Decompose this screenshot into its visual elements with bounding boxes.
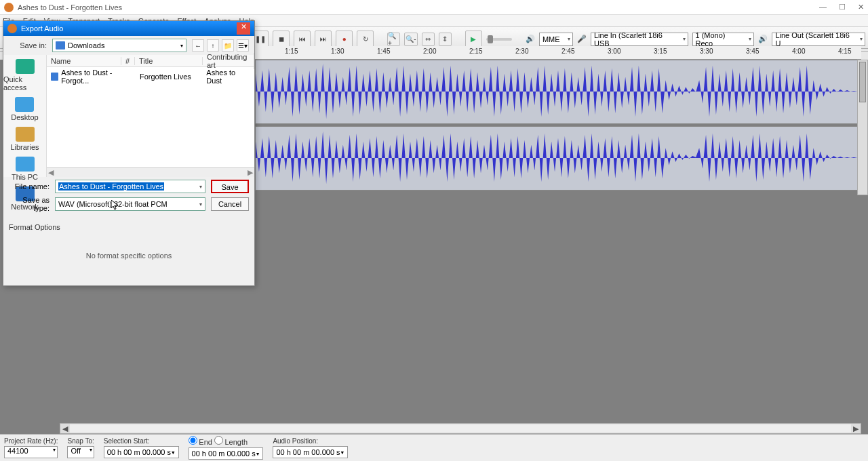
loop-button[interactable]: ↻ (357, 31, 374, 48)
close-button[interactable]: ✕ (858, 3, 864, 12)
audio-position-label: Audio Position: (273, 437, 348, 445)
skip-end-button[interactable]: ⏭ (315, 31, 332, 48)
zoom-in-button[interactable]: 🔍+ (387, 33, 400, 46)
project-rate-label: Project Rate (Hz): (4, 437, 58, 445)
snap-to-label: Snap To: (67, 437, 94, 445)
play-button[interactable]: ▶ (465, 31, 482, 48)
file-list[interactable]: Name # Title Contributing art Ashes to D… (47, 55, 254, 177)
vertical-scrollbar[interactable] (857, 60, 868, 195)
save-in-label: Save in: (9, 41, 47, 49)
minimize-button[interactable]: — (819, 3, 827, 12)
folder-icon (56, 41, 65, 49)
back-button[interactable]: ← (192, 39, 204, 52)
play-device-dropdown[interactable]: Line Out (Scarlett 18i6 U (772, 33, 865, 46)
col-name[interactable]: Name (47, 57, 121, 65)
cancel-button[interactable]: Cancel (211, 197, 249, 211)
file-list-hscroll[interactable]: ◀▶ (47, 167, 254, 177)
snap-to-select[interactable]: Off (67, 446, 94, 458)
record-device-dropdown[interactable]: Line In (Scarlett 18i6 USB (591, 33, 688, 46)
audio-host-icon: 🔊 (526, 35, 535, 43)
place-quick-access[interactable]: Quick access (3, 59, 46, 92)
save-type-label: Save as type: (9, 196, 50, 212)
waveform-area[interactable] (255, 60, 861, 195)
status-bar: Project Rate (Hz): 44100 Snap To: Off Se… (0, 434, 868, 461)
filename-input[interactable]: Ashes to Dust - Forgotten Lives (55, 180, 205, 193)
record-button[interactable]: ● (336, 31, 353, 48)
record-channels-dropdown[interactable]: 1 (Mono) Reco (692, 33, 755, 46)
play-dev-icon: 🔊 (758, 35, 768, 43)
col-artist[interactable]: Contributing art (203, 53, 254, 69)
dialog-app-icon (7, 24, 17, 33)
scroll-left-arrow[interactable]: ◀ (60, 424, 70, 433)
app-icon (4, 3, 14, 12)
horizontal-scrollbar[interactable]: ◀ ▶ (60, 423, 861, 434)
waveform-left[interactable] (255, 60, 861, 124)
file-icon (51, 73, 58, 81)
length-radio[interactable] (214, 436, 223, 445)
new-folder-button[interactable]: 📁 (222, 39, 234, 52)
selection-end-length-label: End Length (189, 436, 264, 446)
stop-button[interactable]: ◼ (273, 31, 290, 48)
timeline-ruler[interactable]: 1:15 1:30 1:45 2:00 2:15 2:30 2:45 3:00 … (255, 46, 861, 60)
skip-start-button[interactable]: ⏮ (294, 31, 311, 48)
place-libraries[interactable]: Libraries (10, 127, 39, 151)
selection-start-label: Selection Start: (104, 437, 179, 445)
save-type-dropdown[interactable]: WAV (Microsoft) 32-bit float PCM (55, 197, 205, 211)
waveform-right[interactable] (255, 126, 861, 191)
audio-host-dropdown[interactable]: MME (539, 33, 573, 46)
view-menu-button[interactable]: ☰▾ (237, 39, 249, 52)
project-rate-select[interactable]: 44100 (4, 446, 58, 458)
places-sidebar: Quick access Desktop Libraries This PC N… (3, 55, 47, 177)
speed-slider[interactable] (486, 38, 512, 41)
save-button[interactable]: Save (211, 180, 249, 193)
window-titlebar: Ashes to Dust - Forgotten Lives — ☐ ✕ (0, 0, 868, 15)
fit-proj-button[interactable]: ⇕ (439, 33, 452, 46)
col-num[interactable]: # (121, 57, 135, 65)
selection-end-field[interactable]: 00 h 00 m 00.000 s▾ (189, 447, 264, 460)
file-row[interactable]: Ashes to Dust - Forgot... Forgotten Live… (47, 67, 254, 86)
maximize-button[interactable]: ☐ (839, 3, 846, 12)
end-radio[interactable] (189, 436, 197, 445)
fit-sel-button[interactable]: ⇔ (422, 33, 435, 46)
dialog-titlebar[interactable]: Export Audio ✕ (3, 21, 254, 36)
file-list-header[interactable]: Name # Title Contributing art (47, 55, 254, 67)
audio-position-field[interactable]: 00 h 00 m 00.000 s▾ (273, 446, 348, 458)
place-this-pc[interactable]: This PC (12, 157, 38, 181)
rec-dev-icon: 🎤 (577, 35, 587, 43)
up-button[interactable]: ↑ (207, 39, 219, 52)
dialog-close-button[interactable]: ✕ (237, 22, 250, 35)
format-options-message: No format specific options (9, 252, 249, 260)
save-in-dropdown[interactable]: Downloads ▾ (52, 39, 186, 52)
col-title[interactable]: Title (135, 57, 203, 65)
filename-label: File name: (9, 182, 50, 191)
format-options-header: Format Options (9, 223, 249, 231)
dialog-title: Export Audio (21, 24, 237, 33)
place-desktop[interactable]: Desktop (11, 97, 38, 121)
zoom-out-button[interactable]: 🔍- (404, 33, 417, 46)
window-title: Ashes to Dust - Forgotten Lives (18, 3, 819, 12)
export-audio-dialog: Export Audio ✕ Save in: Downloads ▾ ← ↑ … (3, 20, 255, 286)
selection-start-field[interactable]: 00 h 00 m 00.000 s▾ (104, 446, 179, 458)
scroll-right-arrow[interactable]: ▶ (851, 424, 861, 433)
